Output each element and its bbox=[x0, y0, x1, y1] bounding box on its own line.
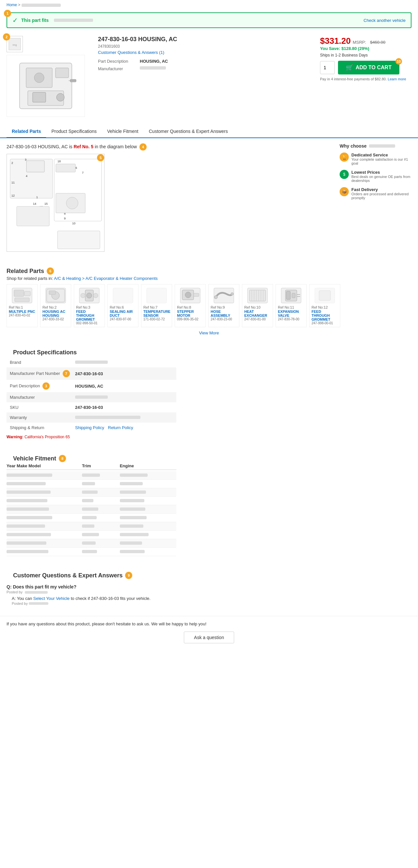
parts-grid: Ref No:1 MULTIPLE PNC 247-830-43-02 Ref … bbox=[0, 284, 418, 327]
part-name-10[interactable]: FEED THROUGH GROMMET bbox=[312, 310, 338, 321]
fitment-header: Year Make Model Trim Engine bbox=[6, 463, 176, 470]
add-to-cart-label: ADD TO CART bbox=[356, 65, 391, 70]
part-name-5[interactable]: TEMPERATURE SENSOR bbox=[143, 310, 170, 317]
part-card-4: Ref No:6 SEALING AIR DUCT 247-830-97-00 bbox=[107, 284, 138, 327]
part-refno-5: Ref No:7 bbox=[143, 305, 170, 309]
part-refno-6: Ref No:8 bbox=[177, 305, 203, 309]
part-name-4[interactable]: SEALING AIR DUCT bbox=[110, 310, 136, 317]
dedicated-icon: 🏆 bbox=[340, 153, 349, 162]
product-title: 247-830-16-03 HOUSING, AC bbox=[98, 36, 314, 43]
part-name-3[interactable]: FEED THROUGH GROMMET bbox=[76, 310, 102, 321]
qa-question-text: Q: Does this part fit my vehicle? bbox=[6, 584, 412, 589]
part-name-7[interactable]: HOSE ASSEMBLY bbox=[211, 310, 237, 317]
shipping-policy-link[interactable]: Shipping Policy bbox=[75, 425, 104, 430]
badge-2: 2 bbox=[3, 33, 10, 40]
qa-section: Customer Questions & Expert Answers 9 Q:… bbox=[0, 561, 418, 611]
cart-icon: 🛒 bbox=[346, 64, 353, 71]
part-card-8: Ref No:10 HEAT EXCHANGER 247-830-81-00 bbox=[242, 284, 273, 327]
product-main-image bbox=[6, 55, 85, 117]
product-sku: 2478301603 bbox=[98, 44, 314, 49]
svg-rect-38 bbox=[17, 207, 49, 226]
part-name-6[interactable]: STEPPER MOTOR bbox=[177, 310, 203, 317]
why-brand-bar bbox=[369, 144, 395, 148]
svg-point-36 bbox=[66, 197, 78, 209]
svg-point-59 bbox=[214, 296, 218, 299]
breadcrumb-home[interactable]: Home bbox=[6, 3, 17, 7]
product-info: 247-830-16-03 HOUSING, AC 2478301603 Cus… bbox=[98, 36, 314, 117]
spec-value-warranty bbox=[72, 412, 176, 423]
tab-related-parts[interactable]: Related Parts bbox=[6, 125, 46, 138]
part-refno-2: Ref No:2 bbox=[42, 305, 69, 309]
fitment-row-5 bbox=[6, 505, 176, 514]
ask-question-button[interactable]: Ask a question bbox=[184, 631, 234, 643]
check-another-vehicle-link[interactable]: Check another vehicle bbox=[363, 18, 406, 23]
fitment-row-3 bbox=[6, 488, 176, 497]
content-with-sidebar: 247-830-16-03 HOUSING, AC is Ref No. 5 i… bbox=[0, 138, 418, 262]
why-dedicated-desc: Your complete satisfaction is our #1 goa… bbox=[351, 157, 412, 165]
tab-product-specs[interactable]: Product Specifications bbox=[46, 125, 102, 137]
svg-rect-57 bbox=[194, 293, 199, 297]
part-name-9[interactable]: EXPANSION VALVE bbox=[278, 310, 304, 317]
spec-value-brand bbox=[72, 357, 176, 367]
fit-check-icon: ✓ bbox=[12, 16, 18, 24]
part-img-2 bbox=[44, 286, 67, 304]
tab-customer-qa[interactable]: Customer Questions & Expert Answers bbox=[144, 125, 233, 137]
spec-label-warranty: Warranty bbox=[6, 412, 72, 423]
part-refno-7: Ref No:9 bbox=[211, 305, 237, 309]
spec-value-manufacturer bbox=[72, 392, 176, 402]
part-img-1 bbox=[11, 286, 34, 304]
fitment-col-ymm-header: Year Make Model bbox=[6, 463, 82, 468]
paypal-info: Pay in 4 interest-free payments of $82.8… bbox=[320, 77, 412, 81]
why-delivery-desc: Orders are processed and delivered promp… bbox=[351, 192, 412, 200]
paypal-learn-more[interactable]: Learn more bbox=[388, 77, 406, 81]
qa-q-posted: Posted by bbox=[6, 590, 412, 594]
return-policy-link[interactable]: Return Policy bbox=[108, 425, 133, 430]
category-link[interactable]: A/C & Heating > A/C Evaporator & Heater … bbox=[54, 276, 158, 281]
select-vehicle-link[interactable]: Select Your Vehicle bbox=[33, 596, 70, 601]
part-img-10 bbox=[314, 286, 336, 304]
part-card-10: Ref No:12 FEED THROUGH GROMMET 247-998-0… bbox=[309, 284, 340, 327]
fitment-row-1 bbox=[6, 471, 176, 480]
qa-help-text: If you have any questions about this pro… bbox=[0, 616, 418, 628]
svg-text:11: 11 bbox=[11, 181, 15, 184]
price-save: You Save: $128.80 (29%) bbox=[320, 46, 412, 51]
part-refno-8: Ref No:10 bbox=[244, 305, 271, 309]
tab-vehicle-fitment[interactable]: Vehicle Fitment bbox=[102, 125, 144, 137]
badge-7: 7 bbox=[63, 370, 70, 377]
part-refno-9: Ref No:11 bbox=[278, 305, 304, 309]
svg-rect-53 bbox=[147, 288, 166, 303]
part-name-1[interactable]: MULTIPLE PNC bbox=[9, 310, 35, 313]
price-msrp-label: MSRP: bbox=[353, 40, 366, 45]
add-to-cart-button[interactable]: 🛒 ADD TO CART 10 bbox=[338, 61, 399, 74]
svg-rect-7 bbox=[33, 92, 46, 102]
svg-text:7: 7 bbox=[82, 171, 84, 175]
quantity-input[interactable] bbox=[320, 61, 335, 74]
fitment-row-7 bbox=[6, 522, 176, 531]
svg-point-8 bbox=[57, 93, 64, 101]
part-name-8[interactable]: HEAT EXCHANGER bbox=[244, 310, 271, 317]
part-sku-10: 247-998-00-01 bbox=[312, 321, 338, 325]
svg-rect-4 bbox=[56, 68, 69, 78]
svg-rect-14 bbox=[27, 161, 44, 172]
qa-link[interactable]: Customer Questions & Answers (1) bbox=[98, 50, 164, 55]
part-img-5 bbox=[145, 286, 168, 304]
related-parts-title: Related Parts 6 bbox=[0, 262, 418, 276]
svg-text:14: 14 bbox=[33, 202, 36, 206]
view-more-link[interactable]: View More bbox=[199, 331, 219, 335]
spec-label-part-desc: Part Description 3 bbox=[6, 380, 72, 392]
prices-icon: $ bbox=[340, 170, 349, 179]
svg-text:18: 18 bbox=[58, 160, 61, 163]
badge-4: 4 bbox=[139, 143, 147, 151]
svg-point-60 bbox=[231, 292, 233, 295]
specs-title: Product Specifications bbox=[6, 344, 412, 357]
part-name-2[interactable]: HOUSING AC HOUSING bbox=[42, 310, 69, 317]
svg-text:4: 4 bbox=[26, 175, 27, 178]
why-delivery-title: Fast Delivery bbox=[351, 187, 412, 192]
paypal-text: Pay in 4 interest-free payments of $82.8… bbox=[320, 77, 387, 81]
svg-point-5 bbox=[34, 73, 44, 83]
diagram-container: 2 11 12 3 4 1 14 15 13 18 6 7 16 17 8 9 bbox=[6, 154, 104, 252]
fit-text: This part fits bbox=[21, 18, 49, 23]
badge-6: 6 bbox=[47, 268, 54, 275]
why-item-delivery: 📦 Fast Delivery Orders are processed and… bbox=[340, 187, 412, 200]
warning-text: Warning: California's Proposition 65 bbox=[6, 435, 412, 439]
